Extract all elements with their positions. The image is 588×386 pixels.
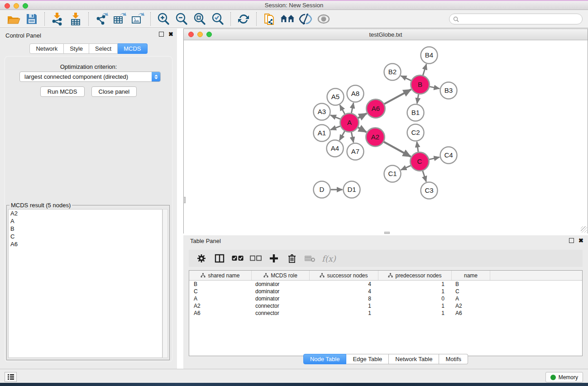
export-image-button[interactable]: [129, 11, 147, 27]
edge-B-B1[interactable]: [417, 94, 418, 104]
column-header-name[interactable]: name: [452, 271, 490, 280]
mcds-result-list[interactable]: A2ABCA6: [8, 209, 163, 358]
delete-table-button[interactable]: [303, 252, 317, 265]
result-scrollbar[interactable]: [163, 209, 168, 358]
hide-panels-button[interactable]: [296, 11, 315, 27]
edge-A6-B[interactable]: [384, 90, 411, 104]
edge-A-A2[interactable]: [358, 128, 367, 132]
node-A[interactable]: A: [340, 114, 359, 132]
memory-button[interactable]: Memory: [545, 372, 583, 382]
resize-grip[interactable]: [581, 226, 587, 233]
canvas-hscroll-thumb[interactable]: [384, 232, 390, 234]
network-maximize-button[interactable]: [206, 32, 212, 37]
node-A6[interactable]: A6: [367, 100, 385, 118]
maximize-window-button[interactable]: [23, 3, 28, 9]
result-item[interactable]: A: [9, 217, 162, 225]
open-session-button[interactable]: [5, 11, 23, 27]
edge-A-A7[interactable]: [351, 132, 354, 143]
export-network-button[interactable]: [92, 11, 110, 27]
zoom-in-button[interactable]: [154, 11, 172, 27]
float-panel-icon[interactable]: [159, 32, 164, 37]
node-B3[interactable]: B3: [440, 82, 457, 99]
result-item[interactable]: A6: [9, 240, 162, 248]
edge-A-A6[interactable]: [358, 114, 367, 118]
network-minimize-button[interactable]: [197, 32, 203, 37]
node-C2[interactable]: C2: [407, 124, 424, 141]
add-column-button[interactable]: [267, 252, 281, 265]
result-item[interactable]: A2: [9, 210, 162, 217]
result-item[interactable]: B: [9, 225, 162, 233]
edge-C-C1[interactable]: [401, 166, 411, 170]
refresh-view-button[interactable]: [234, 11, 253, 27]
column-header-shared-name[interactable]: shared name: [189, 271, 252, 280]
column-header-successor-nodes[interactable]: successor nodes: [310, 271, 378, 280]
tab-network[interactable]: Network: [29, 43, 64, 54]
search-input[interactable]: [462, 16, 578, 22]
close-table-panel-icon[interactable]: ✖: [578, 238, 583, 243]
deselect-all-button[interactable]: [249, 252, 263, 265]
minimize-window-button[interactable]: [14, 3, 19, 9]
edge-A-A8[interactable]: [351, 103, 354, 113]
table-row[interactable]: A6connector11A6: [189, 310, 582, 317]
column-header-predecessor-nodes[interactable]: predecessor nodes: [378, 271, 452, 280]
close-window-button[interactable]: [5, 3, 10, 9]
edge-C-C4[interactable]: [429, 157, 440, 159]
network-close-button[interactable]: [188, 32, 194, 37]
tab-motifs[interactable]: Motifs: [439, 354, 468, 364]
node-A2[interactable]: A2: [366, 128, 385, 147]
float-table-panel-icon[interactable]: [569, 238, 574, 243]
node-D[interactable]: D: [314, 181, 330, 198]
close-panel-button[interactable]: Close panel: [91, 86, 137, 97]
node-A7[interactable]: A7: [347, 143, 364, 160]
node-A4[interactable]: A4: [327, 140, 344, 157]
table-settings-button[interactable]: [194, 252, 209, 265]
node-C4[interactable]: C4: [440, 147, 457, 164]
result-item[interactable]: C: [9, 233, 162, 240]
node-B1[interactable]: B1: [407, 105, 424, 121]
delete-column-button[interactable]: [285, 252, 299, 265]
tab-edge-table[interactable]: Edge Table: [346, 354, 389, 364]
column-header-mcds-role[interactable]: MCDS role: [252, 271, 310, 280]
node-A3[interactable]: A3: [314, 104, 330, 120]
table-row[interactable]: Cdominator41C: [189, 288, 582, 295]
close-panel-icon[interactable]: ✖: [168, 32, 173, 37]
node-B[interactable]: B: [411, 76, 430, 94]
node-C[interactable]: C: [411, 152, 429, 171]
edge-C-C3[interactable]: [423, 171, 426, 181]
table-row[interactable]: A2connector11A2: [189, 302, 582, 310]
node-C3[interactable]: C3: [421, 182, 438, 199]
edge-C-C2[interactable]: [417, 142, 418, 152]
edge-B-B3[interactable]: [430, 86, 440, 89]
edge-A2-C[interactable]: [384, 142, 411, 157]
zoom-selected-button[interactable]: [209, 11, 227, 27]
select-all-button[interactable]: [230, 252, 245, 265]
tab-mcds[interactable]: MCDS: [118, 43, 147, 54]
node-D1[interactable]: D1: [344, 181, 360, 198]
export-table-button[interactable]: [110, 11, 129, 27]
function-builder-button[interactable]: f(x): [322, 254, 336, 263]
import-table-button[interactable]: [67, 11, 85, 27]
node-B4[interactable]: B4: [421, 47, 438, 64]
node-B2[interactable]: B2: [384, 64, 401, 81]
toggle-column-view-button[interactable]: [212, 252, 227, 265]
node-A1[interactable]: A1: [314, 125, 330, 142]
network-window-titlebar[interactable]: testGlobe.txt: [184, 29, 588, 40]
node-A5[interactable]: A5: [327, 89, 344, 105]
tab-style[interactable]: Style: [64, 43, 89, 54]
zoom-out-button[interactable]: [172, 11, 191, 27]
table-row[interactable]: Bdominator41B: [189, 281, 582, 288]
tab-select[interactable]: Select: [89, 43, 118, 54]
show-panels-button[interactable]: [315, 11, 333, 27]
edge-A-A4[interactable]: [339, 131, 344, 140]
tab-network-table[interactable]: Network Table: [389, 354, 439, 364]
network-canvas[interactable]: B4B2BB3A8A5A6A3B1AA1C2A2A4A7C4CC1C3DD1: [184, 41, 588, 234]
import-network-button[interactable]: [48, 11, 67, 27]
edge-A-A1[interactable]: [330, 126, 340, 130]
canvas-vscroll-thumb[interactable]: [183, 197, 186, 203]
optimization-criterion-dropdown[interactable]: largest connected component (directed): [19, 71, 161, 82]
node-A8[interactable]: A8: [347, 86, 364, 102]
zoom-fit-button[interactable]: [191, 11, 209, 27]
edge-B-B4[interactable]: [423, 64, 426, 76]
table-row[interactable]: Adominator80A: [189, 295, 582, 302]
edge-A-A3[interactable]: [330, 115, 340, 119]
